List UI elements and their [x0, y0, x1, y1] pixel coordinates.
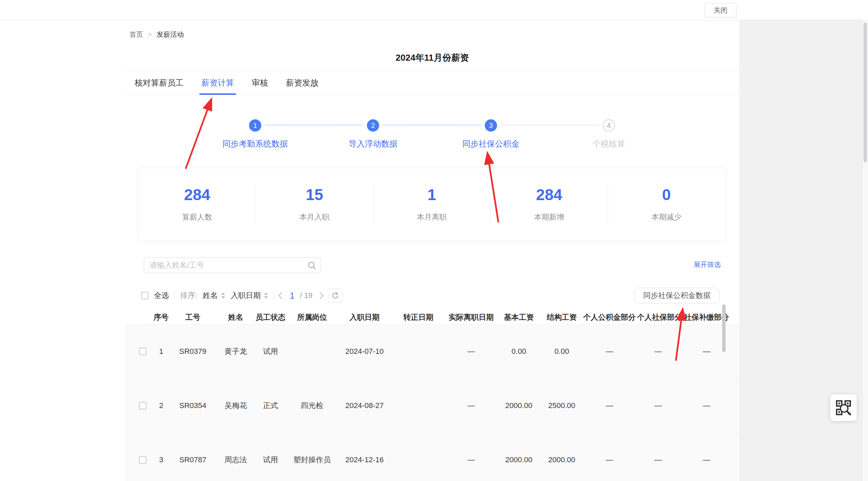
col-seq: 序号	[153, 312, 170, 322]
step-4-circle: 4	[603, 119, 615, 132]
expand-filter-link[interactable]: 展开筛选	[694, 260, 721, 269]
toolbar-divider	[174, 291, 175, 300]
cell-name: 周志法	[216, 455, 255, 465]
stat-value: 284	[536, 187, 562, 202]
tab-salary-calculation[interactable]: 薪资计算	[201, 71, 234, 95]
stat-value: 1	[428, 187, 436, 202]
row-checkbox[interactable]	[139, 402, 146, 409]
table-row: 3 SR0787 周志法 试用 塑封操作员 2024-12-16 — 2000.…	[125, 433, 739, 481]
table-row: 2 SR0354 吴梅花 正式 四光检 2024-08-27 — 2000.00…	[125, 379, 739, 433]
stat-hired-this-month: 15 本月入职	[256, 187, 373, 222]
toolbar-divider	[274, 291, 274, 300]
stat-label: 本期减少	[651, 212, 681, 222]
stat-label: 算薪人数	[182, 212, 212, 222]
cell-personal-fund: —	[582, 347, 637, 356]
step-connector-1-2	[265, 125, 363, 125]
steps-wizard: 1 2 3 4 同步考勤系统数据 导入浮动数据 同步社保公积金 个税核算	[125, 109, 739, 160]
cell-base-salary: 0.00	[496, 347, 542, 356]
qr-scan-icon	[835, 400, 852, 416]
row-checkbox-cell	[139, 456, 153, 464]
cell-seq: 1	[153, 347, 170, 356]
qr-scan-button[interactable]	[830, 394, 857, 421]
step-connector-2-3	[383, 125, 481, 125]
tab-verify-employees[interactable]: 核对算薪员工	[135, 71, 184, 95]
cell-base-salary: 2000.00	[496, 455, 542, 464]
row-checkbox[interactable]	[139, 456, 146, 464]
cell-structure-salary: 2500.00	[542, 401, 582, 410]
cell-actual-leave-date: —	[446, 455, 496, 464]
prev-page-icon[interactable]	[278, 292, 285, 299]
tab-salary-payment[interactable]: 薪资发放	[286, 71, 319, 95]
sort-name-caret-icon[interactable]	[221, 292, 225, 299]
cell-status: 试用	[255, 455, 285, 465]
tab-review[interactable]: 审核	[252, 71, 268, 95]
cell-social-makeup: —	[679, 347, 734, 356]
cell-employee-id: SR0379	[170, 347, 216, 356]
step-3-circle: 3	[485, 119, 497, 132]
next-page-icon[interactable]	[317, 292, 324, 299]
row-checkbox-cell	[139, 402, 153, 409]
col-status: 员工状态	[255, 312, 285, 322]
page-title: 2024年11月份薪资	[396, 52, 469, 64]
search-input[interactable]	[144, 258, 321, 273]
col-regular-date: 转正日期	[390, 312, 446, 322]
row-checkbox[interactable]	[139, 348, 146, 355]
cell-employee-id: SR0787	[170, 455, 216, 464]
step-connector-3-4	[501, 125, 599, 125]
current-page[interactable]: 1	[290, 290, 294, 301]
cell-personal-fund: —	[582, 455, 637, 464]
stats-card: 284 算薪人数 15 本月入职 1 本月离职 284 本期新增 0 本期减少	[138, 168, 725, 241]
sync-social-insurance-button[interactable]: 同步社保公积金数据	[634, 288, 720, 303]
step-3-label[interactable]: 同步社保公积金	[436, 138, 545, 149]
stat-reduced-this-period: 0 本期减少	[608, 187, 725, 222]
cell-personal-fund: —	[582, 401, 637, 410]
step-2-circle: 2	[367, 119, 379, 132]
stat-label: 本月离职	[417, 212, 447, 222]
toolbar-left: 全选 排序: 姓名 入职日期 1 / 19	[141, 288, 342, 303]
step-1-label[interactable]: 同步考勤系统数据	[201, 138, 310, 149]
sort-by-hire-date[interactable]: 入职日期	[231, 290, 261, 301]
col-personal-fund: 个人公积金部分	[582, 312, 637, 322]
cell-seq: 2	[153, 401, 170, 410]
stat-added-this-period: 284 本期新增	[491, 187, 607, 222]
refresh-button[interactable]	[328, 288, 342, 303]
cell-personal-social: —	[637, 401, 679, 410]
col-employee-id: 工号	[170, 312, 216, 322]
list-scrollbar-thumb[interactable]	[722, 304, 726, 352]
stat-payroll-headcount: 284 算薪人数	[139, 187, 255, 222]
cell-personal-social: —	[637, 455, 679, 464]
total-pages: / 19	[300, 291, 313, 300]
select-all-label: 全选	[154, 290, 169, 301]
page-scrollbar-track[interactable]	[862, 0, 868, 481]
stat-value: 15	[306, 187, 323, 202]
close-button[interactable]: 关闭	[704, 3, 737, 17]
cell-status: 试用	[255, 346, 285, 357]
refresh-icon	[331, 291, 339, 300]
tab-bar: 核对算薪员工 薪资计算 审核 薪资发放	[125, 71, 739, 95]
sort-by-name[interactable]: 姓名	[203, 290, 218, 301]
cell-hire-date: 2024-07-10	[339, 347, 390, 356]
stat-value: 0	[662, 187, 671, 202]
page-scrollbar-thumb[interactable]	[864, 22, 867, 162]
top-bar: 关闭	[0, 0, 868, 20]
select-all-checkbox[interactable]	[141, 292, 149, 299]
list-toolbar: 全选 排序: 姓名 入职日期 1 / 19 同步社保公积金数据	[141, 288, 720, 303]
cell-hire-date: 2024-12-16	[339, 455, 390, 464]
cell-seq: 3	[153, 455, 170, 464]
search-icon[interactable]	[308, 261, 316, 270]
cell-name: 吴梅花	[216, 401, 255, 411]
table-header-row: 序号 工号 姓名 员工状态 所属岗位 入职日期 转正日期 实际离职日期 基本工资…	[125, 310, 739, 325]
breadcrumb-separator-icon: >	[148, 31, 152, 39]
col-structure-salary: 结构工资	[542, 312, 582, 322]
row-checkbox-cell	[139, 348, 153, 355]
step-2-label[interactable]: 导入浮动数据	[319, 138, 428, 149]
col-personal-social: 个人社保部分	[637, 312, 679, 322]
breadcrumb: 首页 > 发薪活动	[129, 30, 184, 39]
sort-date-caret-icon[interactable]	[264, 292, 268, 299]
cell-social-makeup: —	[679, 401, 734, 410]
stat-value: 284	[184, 187, 210, 202]
breadcrumb-home-link[interactable]: 首页	[129, 30, 143, 39]
step-1-circle: 1	[249, 119, 261, 132]
payroll-activity-card: 2024年11月份薪资 核对算薪员工 薪资计算 审核 薪资发放 1 2 3 4 …	[125, 44, 739, 481]
cell-base-salary: 2000.00	[496, 401, 542, 410]
